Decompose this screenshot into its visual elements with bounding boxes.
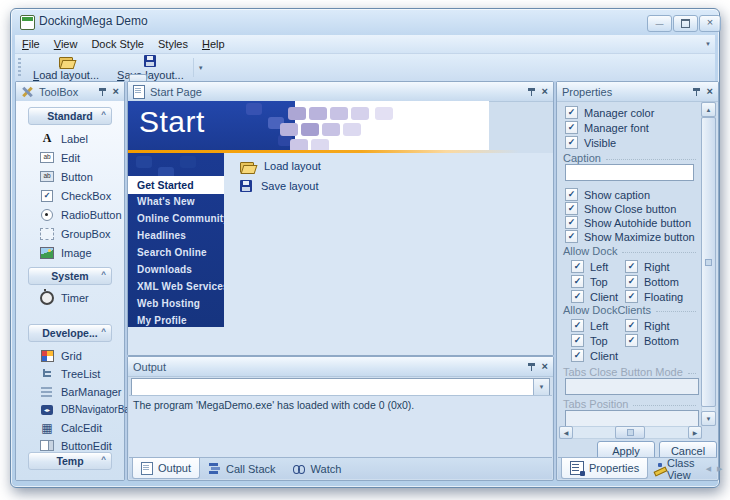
check-show-autohide[interactable]: ✓Show Autohide button (565, 216, 691, 229)
caption-input[interactable] (565, 164, 694, 181)
check-manager-font[interactable]: ✓Manager font (565, 121, 649, 134)
pin-icon[interactable] (527, 361, 537, 372)
toolbox-item-button[interactable]: abButton (40, 169, 93, 184)
nav-item-search-online[interactable]: Search Online (137, 247, 207, 258)
combo-dropdown-button[interactable]: ▼ (533, 379, 549, 395)
load-layout-link[interactable]: Load layout (240, 160, 321, 172)
tabs-position-value[interactable] (566, 411, 707, 426)
title-bar[interactable]: DockingMega Demo — × (11, 9, 719, 35)
tile (301, 123, 319, 136)
nav-item-downloads[interactable]: Downloads (137, 264, 192, 275)
group-temp[interactable]: Temp ^ (28, 452, 112, 470)
properties-header[interactable]: Properties × (557, 82, 718, 102)
toolbox-item-edit[interactable]: abEdit (40, 150, 80, 165)
v-scrollbar-thumb[interactable] (701, 117, 716, 407)
toolbox-header[interactable]: ToolBox × (16, 82, 124, 102)
dock-area: ToolBox × Standard ^ ALabel abEdit abBut… (15, 81, 715, 479)
check-dock-bottom[interactable]: ✓Bottom (625, 275, 679, 288)
toolbox-item-grid[interactable]: Grid (40, 348, 82, 363)
group-system[interactable]: System ^ (28, 267, 112, 285)
check-dock-right[interactable]: ✓Right (625, 260, 670, 273)
output-log[interactable]: The program 'MegaDemo.exe' has loaded wi… (129, 395, 552, 458)
group-developer[interactable]: Develope... ^ (28, 324, 112, 342)
close-icon[interactable]: × (542, 361, 548, 372)
toolbox-item-calcedit[interactable]: ▦CalcEdit (40, 420, 102, 435)
toolbar-options-icon[interactable]: ▼ (193, 58, 208, 77)
minimize-button[interactable]: — (647, 15, 672, 32)
tabs-position-combo[interactable]: ▼ (565, 410, 699, 427)
tab-scroll-right-icon[interactable]: ▶ (717, 465, 722, 473)
tab-watch[interactable]: Watch (285, 458, 350, 479)
nav-item-whats-new[interactable]: What's New (137, 196, 195, 207)
menu-overflow-icon[interactable]: ▼ (705, 41, 711, 47)
nav-item-headlines[interactable]: Headlines (137, 230, 186, 241)
menu-dock-style[interactable]: Dock Style (84, 36, 151, 52)
check-dock-floating[interactable]: ✓Floating (625, 290, 683, 303)
tab-call-stack[interactable]: Call Stack (201, 458, 284, 479)
scroll-left-button[interactable]: ◀ (559, 426, 573, 439)
toolbox-item-dbnavigatorbar[interactable]: ◂▸DBNavigatorBar (40, 402, 133, 417)
scroll-down-button[interactable]: ▼ (701, 411, 716, 426)
output-combo-input[interactable] (132, 379, 533, 395)
tabs-close-mode-combo[interactable]: ▼ (565, 378, 699, 395)
toolbox-item-barmanager[interactable]: BarManager (40, 384, 122, 399)
nav-item-my-profile[interactable]: My Profile (137, 315, 187, 326)
close-icon[interactable]: × (707, 86, 713, 97)
close-icon[interactable]: × (113, 86, 119, 97)
tab-output[interactable]: Output (132, 458, 200, 479)
check-dc-right[interactable]: ✓Right (625, 319, 670, 332)
close-button[interactable]: × (699, 15, 721, 32)
menu-view[interactable]: View (47, 36, 85, 52)
group-standard[interactable]: Standard ^ (28, 107, 112, 125)
save-layout-button[interactable]: Save layout... (108, 54, 193, 81)
scroll-right-button[interactable]: ▶ (688, 426, 702, 439)
toolbox-item-label[interactable]: ALabel (40, 131, 88, 146)
menu-file[interactable]: File (15, 36, 47, 52)
toolbox-item-groupbox[interactable]: GroupBox (40, 226, 111, 241)
pin-icon[interactable] (527, 86, 537, 97)
pin-icon[interactable] (98, 86, 108, 97)
toolbox-item-checkbox[interactable]: ✓CheckBox (40, 188, 111, 203)
close-icon[interactable]: × (542, 86, 548, 97)
scroll-up-button[interactable]: ▲ (701, 102, 716, 117)
toolbox-item-timer[interactable]: Timer (40, 290, 89, 305)
section-tabs-close-mode: Tabs Close Button Mode (563, 366, 696, 378)
check-manager-color[interactable]: ✓Manager color (565, 106, 654, 119)
save-layout-link[interactable]: Save layout (240, 180, 318, 192)
toolbar-grip[interactable] (18, 58, 21, 77)
check-show-close[interactable]: ✓Show Close button (565, 202, 676, 215)
check-dc-left[interactable]: ✓Left (571, 319, 608, 332)
tab-class-view[interactable]: Class View (649, 458, 705, 479)
nav-item-online-community[interactable]: Online Community (137, 213, 224, 224)
caption-input-field[interactable] (566, 165, 693, 180)
check-show-caption[interactable]: ✓Show caption (565, 188, 650, 201)
check-dc-top[interactable]: ✓Top (571, 334, 608, 347)
pin-icon[interactable] (692, 86, 702, 97)
nav-item-web-hosting[interactable]: Web Hosting (137, 298, 200, 309)
nav-item-xml-web-services[interactable]: XML Web Services (137, 281, 224, 292)
start-page-header[interactable]: Start Page × (128, 82, 553, 102)
toolbox-item-image[interactable]: Image (40, 245, 92, 260)
check-visible[interactable]: ✓Visible (565, 136, 616, 149)
maximize-button[interactable] (673, 15, 698, 32)
tab-properties[interactable]: Properties (561, 458, 648, 479)
check-dc-client[interactable]: ✓Client (571, 349, 618, 362)
properties-panel: Properties × ✓Manager color ✓Manager fon… (556, 81, 719, 481)
check-dock-left[interactable]: ✓Left (571, 260, 608, 273)
tabs-close-mode-value[interactable] (566, 379, 707, 394)
check-dock-client[interactable]: ✓Client (571, 290, 618, 303)
output-combo[interactable]: ▼ (131, 378, 550, 396)
tab-scroll-left-icon[interactable]: ◀ (706, 465, 711, 473)
toolbox-item-radiobutton[interactable]: RadioButton (40, 207, 122, 222)
nav-item-get-started[interactable]: Get Started (128, 176, 224, 194)
check-show-maximize[interactable]: ✓Show Maximize button (565, 230, 695, 243)
check-dock-top[interactable]: ✓Top (571, 275, 608, 288)
output-header[interactable]: Output × (128, 357, 553, 377)
toolbox-item-treelist[interactable]: TreeList (40, 366, 100, 381)
check-dc-bottom[interactable]: ✓Bottom (625, 334, 679, 347)
load-layout-button[interactable]: Load layout... (24, 54, 108, 81)
toolbox-item-buttonedit[interactable]: ButtonEdit (40, 438, 112, 453)
menu-styles[interactable]: Styles (151, 36, 195, 52)
h-scrollbar-thumb[interactable] (615, 426, 645, 439)
menu-help[interactable]: Help (195, 36, 232, 52)
